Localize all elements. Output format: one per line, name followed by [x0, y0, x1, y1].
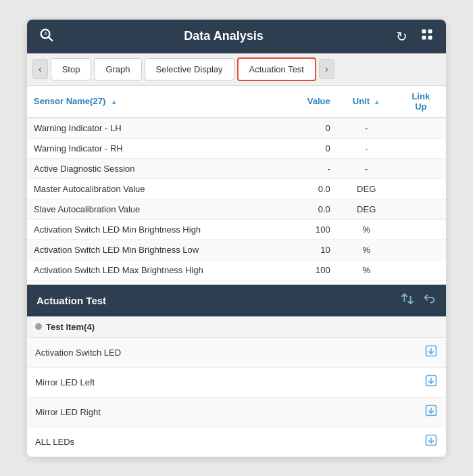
svg-rect-4 [422, 30, 426, 34]
sensor-table-container: Sensor Name(27) ▲ Value Unit ▲ LinkUp Wa… [27, 86, 446, 281]
nav-prev-button[interactable]: ‹ [32, 59, 48, 79]
sensor-linkup-cell [396, 260, 446, 280]
sensor-name-cell: Master Autocalibration Value [27, 178, 270, 199]
actuation-items-table: Activation Switch LED Mirror LED Left [27, 338, 446, 457]
sensor-unit-cell: % [337, 219, 396, 239]
sensor-linkup-cell [396, 118, 446, 139]
actuation-item-action[interactable] [416, 338, 446, 368]
sensor-name-cell: Warning Indicator - RH [27, 138, 270, 158]
download-icon[interactable] [424, 406, 438, 420]
sensor-unit-cell: - [337, 138, 396, 158]
actuation-item-name: Mirror LED Left [27, 367, 416, 397]
sensor-value-cell: 0.0 [270, 199, 337, 219]
actuation-item-action[interactable] [416, 427, 446, 456]
tab-graph[interactable]: Graph [94, 58, 141, 80]
sensor-table-row: Active Diagnostic Session - - [27, 158, 446, 178]
sensor-unit-cell: - [337, 118, 396, 139]
sensor-name-cell: Activation Switch LED Min Brightness Low [27, 239, 270, 260]
sensor-linkup-cell [396, 239, 446, 260]
sensor-linkup-cell [396, 199, 446, 219]
sensor-name-cell: Activation Switch LED Min Brightness Hig… [27, 219, 270, 239]
grid-icon[interactable] [418, 28, 437, 45]
sensor-table-row: Activation Switch LED Min Brightness Hig… [27, 219, 446, 239]
actuation-panel-title: Actuation Test [36, 295, 106, 306]
actuation-list-item[interactable]: Mirror LED Left [27, 367, 446, 397]
tab-selective-display[interactable]: Selective Display [145, 58, 234, 80]
download-icon[interactable] [424, 377, 438, 390]
test-item-text: Test Item(4) [46, 322, 95, 332]
sensor-name-cell: Activation Switch LED Max Brightness Hig… [27, 260, 270, 280]
sensor-table-row: Slave Autocalibration Value 0.0 DEG [27, 199, 446, 219]
sensor-table-row: Activation Switch LED Min Brightness Low… [27, 239, 446, 260]
actuation-panel: Actuation Test Test Item(4 [27, 285, 446, 457]
col-header-linkup: LinkUp [396, 86, 446, 118]
sensor-value-cell: 0.0 [270, 178, 337, 199]
sensor-value-cell: - [270, 158, 337, 178]
sensor-linkup-cell [396, 219, 446, 239]
tab-actuation-test[interactable]: Actuation Test [237, 57, 316, 81]
sensor-table-row: Activation Switch LED Max Brightness Hig… [27, 260, 446, 280]
col-header-value: Value [270, 86, 337, 118]
sensor-value-cell: 10 [270, 239, 337, 260]
tab-stop[interactable]: Stop [51, 58, 92, 80]
back-icon[interactable] [422, 291, 437, 310]
col-header-unit: Unit ▲ [337, 86, 396, 118]
toolbar: ‹ Stop Graph Selective Display Actuation… [27, 53, 446, 86]
actuation-panel-header: Actuation Test [27, 285, 446, 316]
actuation-item-action[interactable] [416, 367, 446, 397]
app-header: A Data Analysis ↻ [27, 20, 446, 53]
app-container: A Data Analysis ↻ ‹ Stop Graph Selective… [27, 20, 446, 457]
svg-rect-5 [428, 30, 432, 34]
actuation-header-icons [400, 291, 437, 310]
sensor-value-cell: 100 [270, 219, 337, 239]
sensor-value-cell: 100 [270, 260, 337, 280]
nav-next-button[interactable]: › [319, 59, 334, 79]
actuation-list-item[interactable]: Activation Switch LED [27, 338, 446, 368]
refresh-icon[interactable]: ↻ [392, 28, 411, 45]
test-item-dot [35, 323, 42, 330]
sensor-table: Sensor Name(27) ▲ Value Unit ▲ LinkUp Wa… [27, 86, 446, 281]
sensor-linkup-cell [396, 178, 446, 199]
sensor-unit-cell: % [337, 260, 396, 280]
sensor-unit-cell: DEG [337, 178, 396, 199]
sensor-name-cell: Active Diagnostic Session [27, 158, 270, 178]
sensor-linkup-cell [396, 158, 446, 178]
actuation-item-name: Activation Switch LED [27, 338, 416, 368]
sensor-linkup-cell [396, 138, 446, 158]
sensor-unit-cell: DEG [337, 199, 396, 219]
sensor-name-cell: Slave Autocalibration Value [27, 199, 270, 219]
actuation-list-item[interactable]: Mirror LED Right [27, 397, 446, 427]
sensor-value-cell: 0 [270, 138, 337, 158]
sensor-unit-cell: - [337, 158, 396, 178]
svg-rect-6 [422, 36, 426, 40]
col-header-name: Sensor Name(27) ▲ [27, 86, 270, 118]
sensor-table-row: Warning Indicator - RH 0 - [27, 138, 446, 158]
actuation-item-action[interactable] [416, 397, 446, 427]
search-icon[interactable]: A [36, 27, 55, 45]
download-icon[interactable] [424, 436, 438, 450]
svg-rect-7 [428, 36, 432, 40]
header-title: Data Analysis [55, 29, 392, 43]
actuation-item-name: Mirror LED Right [27, 397, 416, 427]
svg-line-1 [49, 37, 52, 41]
test-item-label: Test Item(4) [27, 316, 446, 338]
actuation-list-item[interactable]: ALL LEDs [27, 427, 446, 456]
swap-icon[interactable] [400, 291, 415, 310]
actuation-item-name: ALL LEDs [27, 427, 416, 456]
sensor-name-cell: Warning Indicator - LH [27, 118, 270, 139]
download-icon[interactable] [424, 347, 438, 360]
svg-text:A: A [44, 31, 47, 36]
sensor-table-row: Warning Indicator - LH 0 - [27, 118, 446, 139]
sensor-value-cell: 0 [270, 118, 337, 139]
sensor-unit-cell: % [337, 239, 396, 260]
sensor-table-row: Master Autocalibration Value 0.0 DEG [27, 178, 446, 199]
